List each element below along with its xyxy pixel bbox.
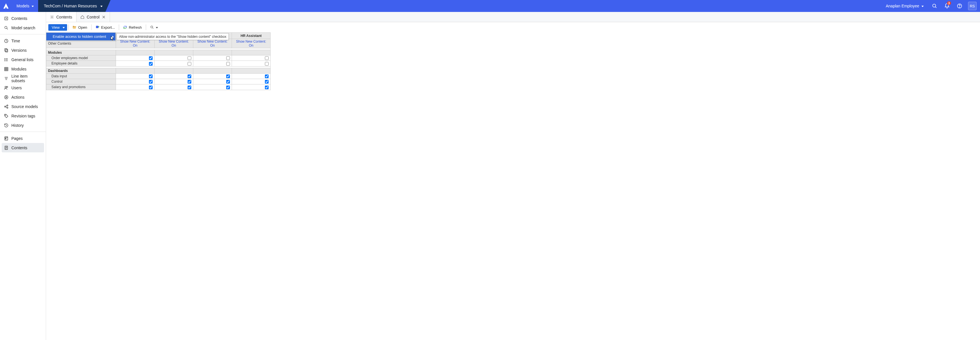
access-checkbox[interactable] [188,56,191,60]
sidebar-item-revision-tags[interactable]: Revision tags [0,111,46,121]
svg-point-29 [7,105,8,106]
export-icon [95,25,99,29]
sidebar-item-versions[interactable]: Versions [0,46,46,55]
row-label[interactable]: Data input [46,73,116,79]
sidebar-item-source-models[interactable]: Source models [0,102,46,111]
access-checkbox[interactable] [265,75,269,78]
access-checkbox[interactable] [149,62,153,66]
search-icon [150,25,154,29]
table-row: Employee details [46,61,270,66]
row-label[interactable]: Order employees model [46,56,116,61]
folder-open-icon [73,25,76,29]
tab-label: Contents [56,15,72,19]
access-checkbox[interactable] [149,75,153,78]
sidebar-item-model-search[interactable]: Model search [0,23,46,32]
sidebar-item-users[interactable]: Users [0,83,46,92]
access-checkbox[interactable] [265,86,269,89]
svg-point-25 [6,86,8,87]
column-header[interactable]: HR Assistant [232,33,270,39]
toolbar: View Open Export... Refresh [46,22,980,32]
breadcrumb-text: TechCom / Human Resources [44,4,97,8]
sidebar-item-actions[interactable]: Actions [0,92,46,102]
sidebar-item-contents-bottom[interactable]: Contents [2,143,44,153]
access-checkbox[interactable] [226,75,230,78]
chevron-down-icon [62,25,65,30]
sidebar-item-pages[interactable]: Pages [0,133,46,143]
sidebar-item-label: Model search [11,25,35,30]
sidebar-item-label: Line item subsets [11,74,42,83]
sidebar-item-label: Contents [11,16,27,21]
sidebar: Contents Model search Time Versions Gene… [0,12,46,340]
sidebar-item-time[interactable]: Time [0,36,46,46]
sidebar-item-line-item-subsets[interactable]: Line item subsets [0,74,46,83]
svg-point-5 [5,26,7,29]
tab-contents[interactable]: Contents [46,12,76,22]
sidebar-item-contents-top[interactable]: Contents [0,14,46,23]
tab-label: Control [87,15,99,19]
row-label[interactable]: Employee details [46,61,116,66]
sidebar-item-general-lists[interactable]: General lists [0,55,46,64]
notifications-button[interactable]: 3 [941,0,953,12]
export-button[interactable]: Export... [93,24,118,31]
user-dropdown[interactable]: Anaplan Employee [882,0,928,12]
sidebar-item-history[interactable]: History [0,121,46,130]
tooltip-text: Allow non-administrator access to the "S… [119,35,226,39]
row-label[interactable]: Control [46,79,116,84]
enable-access-hidden-content-item[interactable]: Enable access to hidden content [46,33,115,40]
svg-rect-8 [5,49,7,51]
search-button[interactable] [929,0,940,12]
sidebar-item-label: History [11,123,24,128]
open-button[interactable]: Open [70,24,90,31]
row-label[interactable]: Salary and promotions [46,84,116,90]
svg-point-0 [932,4,935,7]
svg-marker-27 [6,96,7,98]
show-new-content-link[interactable]: Show New Content: On [118,40,153,48]
sidebar-item-label: Modules [11,67,26,71]
svg-point-14 [5,59,5,60]
svg-point-28 [5,106,6,107]
svg-line-1 [935,7,937,8]
sidebar-item-modules[interactable]: Modules [0,64,46,74]
access-checkbox[interactable] [226,56,230,60]
dropdown-item-label: Enable access to hidden content [53,34,106,39]
table-row: Salary and promotions [46,84,270,90]
access-checkbox[interactable] [149,86,153,89]
close-tab-button[interactable] [102,15,106,19]
access-checkbox[interactable] [188,62,191,66]
view-label: View [52,25,60,30]
topbar: Models TechCom / Human Resources Anaplan… [0,0,980,12]
svg-point-33 [5,115,6,115]
access-checkbox[interactable] [265,80,269,84]
models-label: Models [16,4,29,8]
access-checkbox[interactable] [149,56,153,60]
show-new-content-link[interactable]: Show New Content: On [156,40,191,48]
access-checkbox[interactable] [226,80,230,84]
chevron-down-icon [156,25,158,30]
access-checkbox[interactable] [226,62,230,66]
models-dropdown[interactable]: Models [12,0,38,12]
svg-rect-9 [5,49,8,52]
search-menu-button[interactable] [147,24,161,31]
access-checkbox[interactable] [265,56,269,60]
app-logo[interactable] [0,0,12,12]
access-checkbox[interactable] [265,62,269,66]
refresh-label: Refresh [129,25,142,30]
show-new-content-link[interactable]: Show New Content: On [234,40,269,48]
access-checkbox[interactable] [149,80,153,84]
sidebar-item-label: Time [11,39,20,43]
show-new-content-link[interactable]: Show New Content: On [195,40,230,48]
access-checkbox[interactable] [188,86,191,89]
svg-point-13 [5,58,5,59]
access-checkbox[interactable] [226,86,230,89]
help-button[interactable] [954,0,965,12]
view-menu-button[interactable]: View [48,24,67,31]
tab-control[interactable]: Control [76,12,110,22]
section-modules: Modules [46,50,116,56]
svg-point-30 [7,107,8,108]
breadcrumb-dropdown[interactable]: TechCom / Human Resources [38,0,111,12]
refresh-button[interactable]: Refresh [120,24,145,31]
tab-bar: Contents Control [46,12,980,22]
access-checkbox[interactable] [188,80,191,84]
access-checkbox[interactable] [188,75,191,78]
avatar[interactable]: RS [968,2,977,10]
